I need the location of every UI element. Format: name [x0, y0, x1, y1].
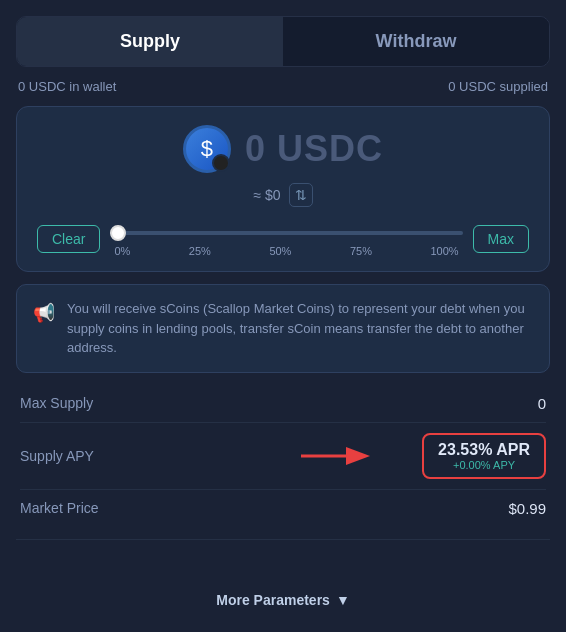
label-50: 50% — [269, 245, 291, 257]
tab-bar: Supply Withdraw — [16, 16, 550, 67]
apy-sub: +0.00% APY — [438, 459, 530, 471]
label-100: 100% — [430, 245, 458, 257]
megaphone-icon: 📢 — [33, 300, 55, 327]
supply-apy-label: Supply APY — [20, 448, 94, 464]
stat-row-max-supply: Max Supply 0 — [20, 385, 546, 423]
stat-row-market-price: Market Price $0.99 — [20, 490, 546, 527]
divider — [16, 539, 550, 540]
swap-icon: ⇅ — [295, 187, 307, 203]
more-params-button[interactable]: More Parameters ▼ — [16, 584, 550, 616]
max-supply-value: 0 — [538, 395, 546, 412]
supplied-balance: 0 USDC supplied — [448, 79, 548, 94]
amount-row: $ 0 USDC — [37, 125, 529, 173]
main-container: Supply Withdraw 0 USDC in wallet 0 USDC … — [0, 0, 566, 632]
info-box: 📢 You will receive sCoins (Scallop Marke… — [16, 284, 550, 373]
amount-display: 0 USDC — [245, 128, 383, 170]
max-button[interactable]: Max — [473, 225, 529, 253]
label-75: 75% — [350, 245, 372, 257]
label-0: 0% — [114, 245, 130, 257]
usd-row: ≈ $0 ⇅ — [37, 183, 529, 207]
apr-box: 23.53% APR +0.00% APY — [422, 433, 546, 479]
stats-section: Max Supply 0 Supply APY 23.53% APR +0.00… — [16, 385, 550, 527]
coin-icon: $ — [183, 125, 231, 173]
wallet-balance: 0 USDC in wallet — [18, 79, 116, 94]
slider-container: 0% 25% 50% 75% 100% — [110, 221, 462, 257]
usd-approx: ≈ $0 — [253, 187, 280, 203]
apr-value: 23.53% APR — [438, 441, 530, 459]
amount-slider[interactable] — [110, 231, 462, 235]
slider-labels: 0% 25% 50% 75% 100% — [110, 245, 462, 257]
stat-row-supply-apy: Supply APY 23.53% APR +0.00% APY — [20, 423, 546, 490]
info-text: You will receive sCoins (Scallop Market … — [67, 299, 533, 358]
swap-button[interactable]: ⇅ — [289, 183, 313, 207]
chevron-down-icon: ▼ — [336, 592, 350, 608]
market-price-label: Market Price — [20, 500, 99, 516]
tab-supply[interactable]: Supply — [17, 17, 283, 66]
clear-button[interactable]: Clear — [37, 225, 100, 253]
more-params-label: More Parameters — [216, 592, 330, 608]
label-25: 25% — [189, 245, 211, 257]
coin-symbol: $ — [201, 136, 213, 162]
red-arrow-icon — [296, 436, 376, 476]
market-price-value: $0.99 — [508, 500, 546, 517]
max-supply-label: Max Supply — [20, 395, 93, 411]
input-box: $ 0 USDC ≈ $0 ⇅ Clear 0% 25% 50% 75% 100… — [16, 106, 550, 272]
slider-row: Clear 0% 25% 50% 75% 100% Max — [37, 221, 529, 257]
tab-withdraw[interactable]: Withdraw — [283, 17, 549, 66]
wallet-info-row: 0 USDC in wallet 0 USDC supplied — [16, 79, 550, 94]
